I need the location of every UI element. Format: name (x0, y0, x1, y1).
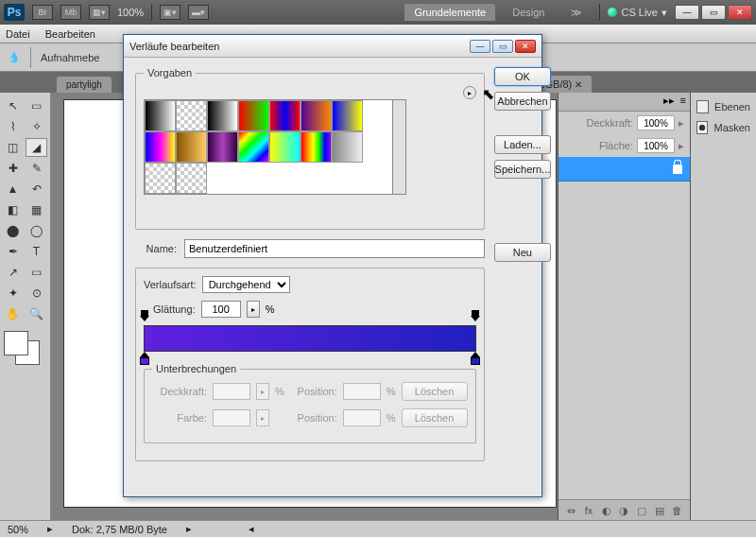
dialog-close-button[interactable]: ✕ (515, 40, 536, 53)
3d-tool[interactable]: ✦ (2, 284, 24, 303)
trash-icon[interactable]: 🗑 (672, 505, 683, 516)
masks-panel-button[interactable]: Masken (691, 117, 756, 138)
gradient-bar[interactable] (144, 325, 476, 352)
menu-edit[interactable]: Bearbeiten (45, 28, 95, 40)
preset-swatch[interactable] (238, 131, 269, 163)
preset-swatch[interactable] (176, 163, 207, 194)
camera-tool[interactable]: ⊙ (26, 284, 47, 303)
mb-button[interactable]: Mb (60, 5, 81, 20)
opacity-stop-left[interactable] (140, 316, 149, 327)
menu-file[interactable]: Datei (6, 28, 30, 40)
preset-swatch[interactable] (301, 131, 332, 163)
brush-tool[interactable]: ✎ (26, 159, 47, 178)
blur-tool[interactable]: ⬤ (2, 221, 24, 240)
preset-scrollbar[interactable] (393, 99, 406, 195)
link-icon[interactable]: ⇔ (565, 505, 576, 516)
smooth-stepper[interactable]: ▸ (247, 301, 260, 318)
new-button[interactable]: Neu (494, 243, 552, 262)
panel-menu-icon[interactable]: ≡ (680, 95, 686, 109)
fill-input[interactable] (637, 138, 675, 153)
workspace-more[interactable]: ≫ (561, 4, 592, 22)
move-tool[interactable]: ↖ (2, 96, 24, 115)
wand-tool[interactable]: ✧ (26, 117, 47, 136)
load-button[interactable]: Laden... (494, 135, 552, 154)
chevron-right-icon[interactable]: ▸ (186, 523, 192, 535)
color-stop-right[interactable] (471, 352, 480, 363)
preset-swatch[interactable] (207, 131, 238, 163)
opacity-stop-right[interactable] (471, 316, 480, 327)
maximize-button[interactable]: ▭ (701, 5, 726, 20)
preset-swatch[interactable] (207, 100, 238, 131)
preset-swatch[interactable] (145, 163, 176, 194)
mask-icon[interactable]: ◐ (601, 505, 612, 516)
chevron-icon[interactable]: ▸ (679, 117, 684, 130)
opacity-input[interactable] (637, 115, 675, 130)
dodge-tool[interactable]: ◯ (26, 221, 47, 240)
preset-swatch[interactable] (269, 100, 301, 131)
color-swatches[interactable] (2, 331, 47, 369)
dialog-maximize-button[interactable]: ▭ (492, 40, 513, 53)
fill-label: Fläche: (599, 140, 633, 151)
lasso-tool[interactable]: ⌇ (2, 117, 24, 136)
adjust-icon[interactable]: ◑ (618, 505, 629, 516)
fx-icon[interactable]: fx (583, 505, 594, 516)
save-button[interactable]: Speichern... (494, 160, 552, 179)
pen-tool[interactable]: ✒ (2, 242, 24, 261)
dialog-minimize-button[interactable]: — (470, 40, 490, 53)
heal-tool[interactable]: ✚ (2, 159, 24, 178)
scroll-left-icon[interactable]: ◂ (249, 523, 254, 535)
status-zoom[interactable]: 50% (8, 524, 28, 535)
layers-panel-button[interactable]: Ebenen (691, 96, 756, 117)
workspace-tab-elements[interactable]: Grundelemente (404, 4, 495, 21)
break-position2-label: Position: (290, 412, 337, 424)
foreground-swatch[interactable] (4, 331, 28, 355)
arrange-button[interactable]: ▦▾ (89, 5, 110, 20)
ok-button[interactable]: OK (494, 67, 552, 86)
shape-tool[interactable]: ▭ (26, 263, 47, 282)
chevron-right-icon[interactable]: ▸▸ (663, 95, 675, 109)
zoom-level[interactable]: 100% (117, 7, 144, 18)
close-button[interactable]: ✕ (728, 5, 752, 20)
preset-swatch[interactable] (176, 131, 207, 163)
preset-swatch[interactable] (145, 131, 176, 163)
preset-swatch[interactable] (332, 100, 363, 131)
document-tab[interactable]: partyligh (57, 77, 112, 93)
preset-swatch[interactable] (301, 100, 332, 131)
type-tool[interactable]: T (26, 242, 47, 261)
type-select[interactable]: Durchgehend (202, 276, 290, 293)
zoom-tool[interactable]: 🔍 (26, 304, 47, 323)
gradient-tool[interactable]: ▦ (26, 200, 47, 219)
layer-row[interactable] (558, 157, 690, 182)
eraser-tool[interactable]: ◧ (2, 200, 24, 219)
minimize-button[interactable]: — (675, 5, 699, 20)
dialog-titlebar[interactable]: Verläufe bearbeiten — ▭ ✕ (124, 35, 541, 58)
gradient-bar-editor[interactable] (144, 325, 476, 352)
eyedropper-tool[interactable]: ◢ (26, 138, 47, 157)
preset-swatch[interactable] (145, 100, 176, 131)
crop-tool[interactable]: ◫ (2, 138, 24, 157)
folder-icon[interactable]: ▢ (636, 505, 647, 516)
smooth-input[interactable] (201, 301, 241, 318)
hand-tool[interactable]: ✋ (2, 304, 24, 323)
panel-header[interactable]: ▸▸≡ (558, 93, 690, 112)
color-stop-left[interactable] (140, 352, 149, 363)
cancel-button[interactable]: Abbrechen (494, 92, 552, 111)
cs-live-button[interactable]: CS Live▾ (608, 7, 667, 19)
new-icon[interactable]: ▤ (654, 505, 665, 516)
marquee-tool[interactable]: ▭ (26, 96, 47, 115)
preset-swatch[interactable] (269, 131, 301, 163)
workspace-tab-design[interactable]: Design (503, 4, 554, 21)
name-input[interactable] (184, 239, 485, 258)
preset-swatch[interactable] (332, 131, 363, 163)
history-tool[interactable]: ↶ (26, 180, 47, 199)
preset-swatch[interactable] (176, 100, 207, 131)
view-a-button[interactable]: ▣▾ (160, 5, 180, 20)
view-b-button[interactable]: ▬▾ (188, 5, 209, 20)
path-tool[interactable]: ↗ (2, 263, 24, 282)
chevron-icon[interactable]: ▸ (679, 140, 684, 152)
preset-swatch[interactable] (238, 100, 269, 131)
br-button[interactable]: Br (32, 5, 53, 20)
stamp-tool[interactable]: ▲ (2, 180, 24, 199)
presets-menu-button[interactable]: ▸ (463, 86, 476, 99)
chevron-right-icon[interactable]: ▸ (47, 523, 53, 535)
